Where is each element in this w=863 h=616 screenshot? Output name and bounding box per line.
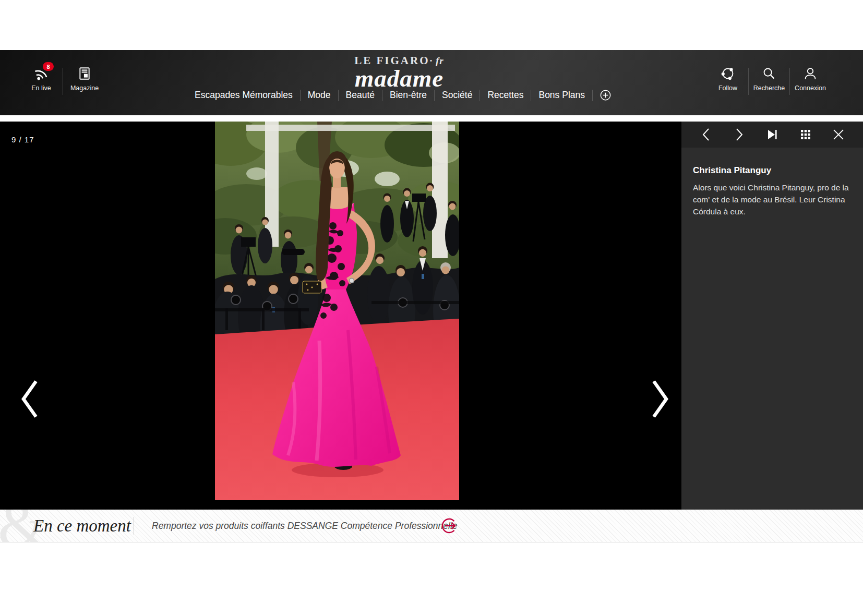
photo-counter: 9 / 17 [11,135,34,144]
gallery-prev-button[interactable] [698,127,714,142]
search-icon [762,66,776,81]
live-icon: 8 [34,66,48,81]
live-label: En live [31,84,51,92]
promo-arrow-button[interactable] [440,517,458,535]
bar-divider [134,517,134,535]
photo-caption: Christina Pitanguy Alors que voici Chris… [681,148,863,218]
en-ce-moment-bar: & En ce moment Remportez vos produits co… [0,510,863,542]
close-gallery-button[interactable] [831,127,846,142]
logo-madame: madame [354,68,444,89]
live-button[interactable]: 8 En live [21,66,62,92]
nav-item-mode[interactable]: Mode [301,89,338,102]
caption-text: Alors que voici Christina Pitanguy, pro … [693,182,849,218]
nav-item-beaute[interactable]: Beauté [339,89,382,102]
play-icon [766,129,778,140]
next-photo-arrow[interactable] [651,379,670,419]
nav-more-button[interactable] [600,90,611,101]
main-nav: Escapades Mémorables Mode Beauté Bien-êt… [187,89,611,102]
slideshow-play-button[interactable] [764,127,780,142]
nav-item-bons-plans[interactable]: Bons Plans [531,89,592,102]
close-icon [832,128,845,141]
magazine-button[interactable]: Magazine [64,66,105,92]
photo-gallery: 9 / 17 [0,122,863,510]
gallery-sidebar: Christina Pitanguy Alors que voici Chris… [681,122,863,510]
login-button[interactable]: Connexion [790,66,831,92]
previous-photo-arrow[interactable] [20,379,39,419]
gallery-next-button[interactable] [732,127,747,142]
nav-item-recettes[interactable]: Recettes [480,89,531,102]
live-badge: 8 [43,62,54,71]
user-icon [804,66,817,81]
chevron-right-icon [735,128,744,141]
section-label: En ce moment [33,516,131,536]
nav-item-escapades[interactable]: Escapades Mémorables [187,89,300,102]
gallery-photo [215,122,459,500]
header-right-utilities: Follow Recherche Connexion [708,66,831,95]
chevron-left-icon [702,128,710,141]
promo-link[interactable]: Remportez vos produits coiffants DESSANG… [152,521,458,532]
magazine-icon [78,66,91,81]
chevron-right-icon [651,379,670,419]
thumbnail-grid-button[interactable] [798,127,813,142]
header-left-utilities: 8 En live Magazine [21,66,105,95]
follow-icon [721,66,735,81]
login-label: Connexion [795,84,826,92]
search-button[interactable]: Recherche [749,66,789,92]
follow-button[interactable]: Follow [708,66,748,92]
arrow-right-circle-icon [440,517,458,535]
nav-item-societe[interactable]: Société [435,89,480,102]
plus-circle-icon [600,90,611,101]
follow-label: Follow [718,84,737,92]
grid-icon [800,129,811,140]
nav-divider [592,90,593,101]
nav-item-bien-etre[interactable]: Bien-être [382,89,434,102]
search-label: Recherche [753,84,785,92]
chevron-left-icon [20,379,39,419]
site-logo[interactable]: LE FIGARO· fr madame [354,54,444,89]
site-header: 8 En live Magazine LE FIGARO· fr madame … [0,50,863,115]
caption-title: Christina Pitanguy [693,165,849,176]
gallery-controls [681,122,863,148]
magazine-label: Magazine [70,84,99,92]
header-divider [63,68,63,95]
